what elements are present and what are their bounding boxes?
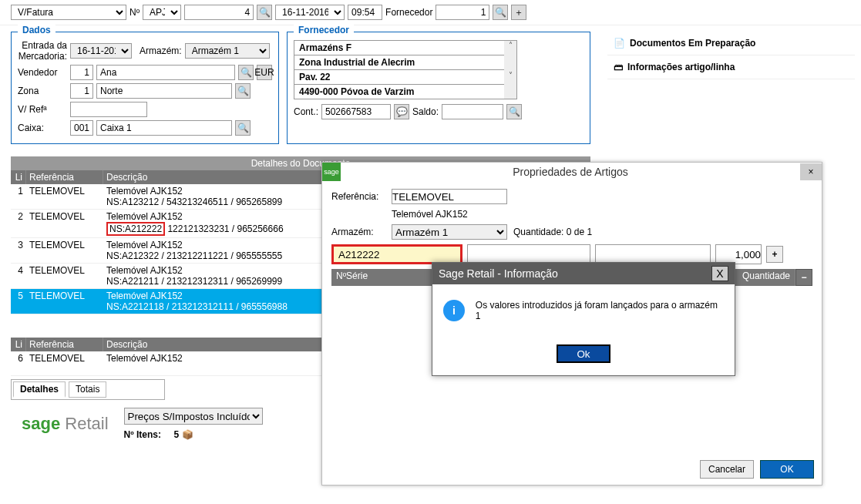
scroll-up-icon[interactable]: ˄ xyxy=(504,41,516,49)
saldo-input[interactable] xyxy=(442,104,503,119)
zona-nome[interactable] xyxy=(96,83,232,99)
precos-select[interactable]: Preços S/Impostos Incluídos xyxy=(124,408,263,425)
vendedor-label: Vendedor xyxy=(18,67,67,78)
fornecedor-morada: Zona Industrial de Alecrim xyxy=(294,55,516,70)
itens-label: Nº Itens: xyxy=(124,429,161,440)
prop-arm-select[interactable]: Armazém 1 xyxy=(392,224,507,240)
side-docs-prep[interactable]: 📄 Documentos Em Preparação xyxy=(607,32,855,55)
tab-totais[interactable]: Totais xyxy=(69,381,106,398)
fornecedor-fieldset: Fornecedor Armazéns F Zona Industrial de… xyxy=(287,32,590,144)
prop-col-qt: Quantidade xyxy=(726,269,795,286)
cont-input[interactable] xyxy=(321,104,391,119)
col-li: Li xyxy=(11,170,26,184)
doc-icon: 📄 xyxy=(614,38,625,49)
prop-title: Propriedades de Artigos xyxy=(341,166,800,178)
currency-button[interactable]: EUR xyxy=(257,65,272,80)
prop-qt-label: Quantidade: 0 de 1 xyxy=(513,227,592,237)
caixa-label: Caixa: xyxy=(18,123,67,133)
info-msg: Os valores introduzidos já foram lançado… xyxy=(476,300,724,321)
zona-label: Zona xyxy=(18,86,67,96)
fornecedor-porta: Pav. 22 xyxy=(294,70,516,85)
time-input[interactable] xyxy=(348,5,382,20)
fornecedor-scrollbar[interactable]: ˄˅ xyxy=(504,41,516,99)
fornecedor-legend: Fornecedor xyxy=(294,25,354,35)
side-info-artigo[interactable]: 🗃 Informações artigo/linha xyxy=(607,55,855,79)
grid-icon: 🗃 xyxy=(614,62,623,72)
saldo-label: Saldo: xyxy=(412,106,439,117)
remove-serial-button[interactable]: − xyxy=(795,269,812,286)
date-select[interactable]: 16-11-2016 xyxy=(275,5,345,20)
vref-input[interactable] xyxy=(70,102,147,117)
fornecedor-nome: Armazéns F xyxy=(294,41,516,55)
caixa-search-icon[interactable]: 🔍 xyxy=(235,120,251,136)
info-dialog: Sage Retail - Informação X i Os valores … xyxy=(432,262,735,376)
ns-highlight: NS:A212222 xyxy=(106,222,165,236)
vref-label: V/ Refª xyxy=(18,104,67,115)
zona-search-icon[interactable]: 🔍 xyxy=(235,83,251,99)
tab-detalhes[interactable]: Detalhes xyxy=(13,381,66,398)
search-icon[interactable]: 🔍 xyxy=(257,5,272,20)
itens-count: 5 xyxy=(174,429,180,440)
armazem-select[interactable]: Armazém 1 xyxy=(185,43,270,59)
info-icon: i xyxy=(443,300,465,321)
caixa-id[interactable] xyxy=(70,120,93,136)
cont-icon[interactable]: 💬 xyxy=(394,104,409,119)
prop-ok-button[interactable]: OK xyxy=(760,460,814,479)
doc-number-input[interactable] xyxy=(184,5,254,20)
info-title: Sage Retail - Informação xyxy=(439,267,558,280)
fornecedor-cp: 4490-000 Póvoa de Varzim xyxy=(294,85,516,99)
doc-type-select[interactable]: V/Fatura xyxy=(11,5,126,20)
fornecedor-id-input[interactable] xyxy=(436,5,489,20)
prop-ref-desc: Telemóvel AJK152 xyxy=(392,209,468,220)
prop-arm-label: Armazém: xyxy=(331,227,385,237)
entrada-label: Entrada da Mercadoria: xyxy=(18,40,67,62)
prop-ref-input[interactable] xyxy=(392,189,507,204)
fornecedor-label: Fornecedor xyxy=(385,7,432,18)
prop-ref-label: Referência: xyxy=(331,191,385,202)
col-ref: Referência xyxy=(26,170,103,184)
fornecedor-grid: Armazéns F Zona Industrial de Alecrim Pa… xyxy=(294,40,517,99)
entrada-date[interactable]: 16-11-2016 xyxy=(70,43,132,59)
num-label: Nº xyxy=(129,7,140,18)
top-toolbar: V/Fatura Nº APJ 🔍 16-11-2016 Fornecedor … xyxy=(0,0,861,25)
vendedor-nome[interactable] xyxy=(96,65,235,80)
scroll-down-icon[interactable]: ˅ xyxy=(504,71,516,79)
sage-logo-icon: sage xyxy=(322,163,341,181)
cont-label: Cont.: xyxy=(294,106,318,117)
dados-fieldset: Dados Entrada da Mercadoria: 16-11-2016 … xyxy=(11,32,279,144)
add-serial-button[interactable]: + xyxy=(766,246,783,263)
zona-id[interactable] xyxy=(70,83,93,99)
prop-close-icon[interactable]: × xyxy=(800,163,822,180)
dados-legend: Dados xyxy=(18,25,55,35)
add-icon[interactable]: ＋ xyxy=(511,5,526,20)
box-icon: 📦 xyxy=(182,429,193,440)
tabs: Detalhes Totais xyxy=(11,379,165,400)
vendedor-id[interactable] xyxy=(70,65,93,80)
info-ok-button[interactable]: Ok xyxy=(557,344,610,363)
saldo-icon[interactable]: 🔍 xyxy=(506,104,522,119)
search-fornecedor-icon[interactable]: 🔍 xyxy=(493,5,508,20)
brand-logo: sage Retail xyxy=(22,414,109,434)
caixa-nome[interactable] xyxy=(96,120,232,136)
vendedor-search-icon[interactable]: 🔍 xyxy=(238,65,254,80)
armazem-label: Armazém: xyxy=(140,45,182,56)
info-close-button[interactable]: X xyxy=(711,266,728,281)
series-select[interactable]: APJ xyxy=(143,5,181,20)
prop-cancel-button[interactable]: Cancelar xyxy=(700,460,754,479)
